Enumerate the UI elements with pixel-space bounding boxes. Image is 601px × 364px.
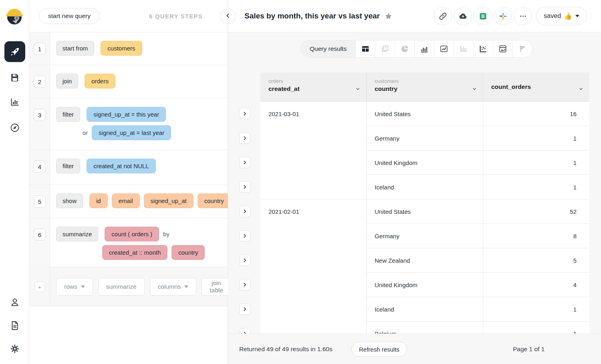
sidebar-item-query-builder[interactable] <box>4 41 25 62</box>
table-pill[interactable]: customers <box>101 41 142 56</box>
step-gutter: 1 <box>29 32 50 65</box>
viz-histogram-icon[interactable] <box>454 40 473 57</box>
table-row: New Zealand5 <box>260 248 589 273</box>
scatter-plot-icon <box>479 44 488 53</box>
sidebar-item-explore[interactable] <box>0 117 29 138</box>
column-pill[interactable]: id <box>89 193 108 208</box>
results-status-text: Returned 49 of 49 results in 1.60s <box>239 346 333 353</box>
viz-bar-chart-icon[interactable] <box>414 40 434 57</box>
user-icon <box>10 297 20 308</box>
cell-country: United States <box>367 102 483 126</box>
cell-created-at: 2021-03-01 <box>260 102 367 126</box>
cell-created-at <box>260 248 367 273</box>
column-pill[interactable]: signed_up_at <box>144 193 194 208</box>
summary-pill[interactable]: count ( orders ) <box>105 227 159 241</box>
viz-single-value-icon[interactable] <box>375 40 395 57</box>
bar-chart-viz-icon <box>420 44 429 53</box>
viz-scatter-plot-icon[interactable] <box>473 40 493 57</box>
tab-query-results[interactable]: Query results <box>301 40 355 57</box>
viz-line-chart-icon[interactable] <box>434 40 454 57</box>
row-expander-button[interactable] <box>239 279 250 290</box>
column-header-country[interactable]: customerscountry <box>367 72 483 101</box>
viz-table-view-icon[interactable] <box>355 40 375 57</box>
slack-button[interactable] <box>494 7 512 25</box>
summary-pill[interactable]: country <box>171 245 205 260</box>
query-step-5: 5showidemailsigned_up_atcountryetc. <box>29 185 228 218</box>
chevron-right-icon <box>242 135 248 141</box>
ellipsis-button[interactable] <box>514 7 532 25</box>
row-expander-button[interactable] <box>239 206 250 217</box>
sidebar-item-charts[interactable] <box>0 92 29 113</box>
table-row: Iceland1 <box>260 175 589 199</box>
results-header: Sales by month, this year vs last year s… <box>228 0 601 32</box>
column-field-name: created_at <box>268 85 366 93</box>
cell-country: New Zealand <box>367 248 483 273</box>
viz-pivot-table-icon[interactable] <box>493 40 512 57</box>
row-expander-button[interactable] <box>239 304 250 315</box>
step-verb-chip[interactable]: start from <box>56 41 94 56</box>
chevron-down-icon[interactable] <box>355 86 361 92</box>
table-body: 2021-03-01United States16Germany1United … <box>260 102 589 334</box>
query-steps-counter: 6 QUERY STEPS <box>149 13 203 20</box>
row-expander-button[interactable] <box>239 230 250 241</box>
collapse-panel-button[interactable] <box>220 8 236 24</box>
chevron-right-icon <box>242 160 248 165</box>
chevron-down-icon[interactable] <box>472 86 477 92</box>
filter-pill[interactable]: signed_up_at = this year <box>87 107 166 122</box>
step-verb-chip[interactable]: filter <box>56 107 80 122</box>
chevron-down-icon <box>81 286 85 288</box>
table-pill[interactable]: orders <box>85 74 115 88</box>
query-step-4: 4filtercreated_at not NULL <box>29 150 228 185</box>
viz-pie-chart-icon[interactable] <box>395 40 414 57</box>
chevron-right-icon <box>242 209 248 214</box>
sheets-export-button[interactable] <box>474 7 492 25</box>
step-connector-text: or <box>83 129 88 136</box>
sidebar-item-settings[interactable] <box>0 338 29 359</box>
table-row: 2021-02-01United States52 <box>260 199 589 224</box>
filter-pill[interactable]: created_at not NULL <box>87 159 155 173</box>
start-new-query-button[interactable]: start new query <box>39 8 100 24</box>
column-header-created_at[interactable]: orderscreated_at <box>260 72 367 101</box>
button-label: columns <box>158 283 181 290</box>
row-expander-button[interactable] <box>239 157 250 168</box>
sidebar-item-profile[interactable] <box>0 292 29 313</box>
row-expander-button[interactable] <box>239 133 250 144</box>
button-label: summarize <box>106 283 137 290</box>
table-view-icon <box>361 44 370 53</box>
sidebar-item-docs[interactable] <box>0 315 29 336</box>
row-expander-button[interactable] <box>239 108 250 119</box>
sidebar-item-saved-queries[interactable] <box>0 67 29 88</box>
rocket-icon <box>10 46 20 57</box>
summary-pill[interactable]: created_at :: month <box>102 245 167 260</box>
add-rows-button[interactable]: rows <box>56 278 93 296</box>
add-columns-button[interactable]: columns <box>150 278 197 296</box>
row-expander-button[interactable] <box>239 181 250 193</box>
star-icon[interactable] <box>384 12 393 20</box>
page-title: Sales by month, this year vs last year <box>244 12 380 20</box>
step-verb-chip[interactable]: show <box>56 193 83 208</box>
column-pill[interactable]: email <box>112 193 140 208</box>
cloud-download-button[interactable] <box>454 7 472 25</box>
chevron-down-icon[interactable] <box>578 86 584 92</box>
column-pill[interactable]: country <box>198 193 231 208</box>
add-join-table-button[interactable]: join table <box>202 278 231 296</box>
column-header-count_orders[interactable]: count_orders <box>483 72 589 101</box>
step-verb-chip[interactable]: filter <box>56 159 80 173</box>
step-suffix-text: by <box>163 231 169 237</box>
add-summarize-button[interactable]: summarize <box>98 278 145 296</box>
chevron-right-icon <box>242 233 248 239</box>
step-number: 1 <box>34 43 46 55</box>
step-verb-chip[interactable]: summarize <box>56 227 98 241</box>
row-expander-button[interactable] <box>239 255 250 266</box>
link-button[interactable] <box>434 7 452 25</box>
chevron-left-icon <box>225 12 231 20</box>
query-builder-panel: start new query 6 QUERY STEPS 1start fro… <box>29 0 228 364</box>
viz-flag-icon[interactable] <box>512 40 532 57</box>
step-verb-chip[interactable]: join <box>56 74 78 88</box>
refresh-results-button[interactable]: Refresh results <box>351 342 407 356</box>
cell-created-at: 2021-02-01 <box>260 199 367 224</box>
saved-status-button[interactable]: saved 👍 <box>536 7 587 25</box>
filter-pill[interactable]: signed_up_at = last year <box>92 125 171 140</box>
add-step-plus-button[interactable]: + <box>34 282 45 292</box>
column-field-name: count_orders <box>491 83 531 90</box>
